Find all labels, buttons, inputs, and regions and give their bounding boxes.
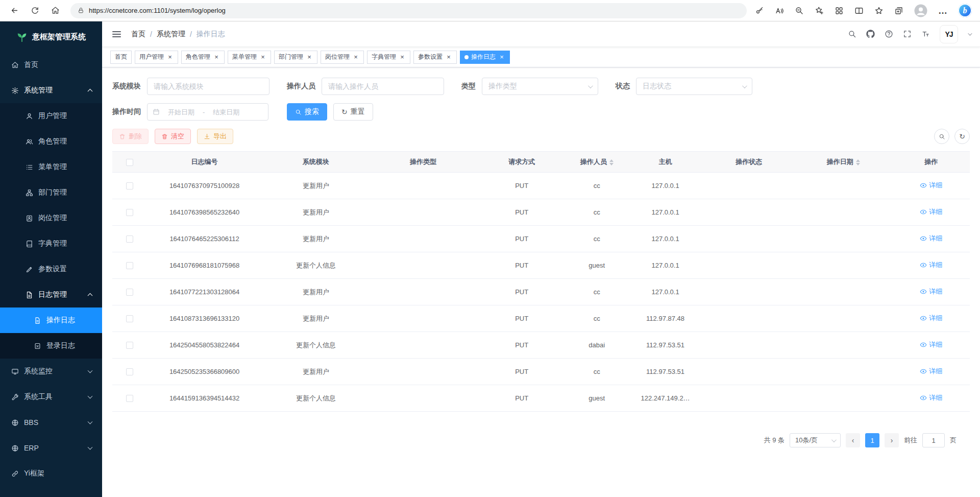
browser-refresh-button[interactable]	[28, 4, 42, 18]
browser-profile-avatar[interactable]	[914, 4, 927, 17]
type-select[interactable]: 操作类型	[482, 78, 598, 95]
close-icon[interactable]: ×	[213, 54, 220, 61]
help-icon[interactable]	[885, 30, 893, 38]
sidebar-item-menu[interactable]: 菜单管理	[0, 154, 102, 180]
row-checkbox[interactable]	[126, 395, 133, 402]
page-number-active[interactable]: 1	[865, 433, 879, 447]
close-icon[interactable]: ×	[498, 54, 505, 61]
sidebar-item-erp[interactable]: ERP	[0, 435, 102, 461]
sidebar-item-loginlog[interactable]: 登录日志	[0, 333, 102, 359]
tab-role[interactable]: 角色管理×	[181, 51, 225, 64]
sidebar-item-system[interactable]: 系统管理	[0, 78, 102, 103]
sidebar-item-home[interactable]: 首页	[0, 52, 102, 78]
sidebar-item-dept[interactable]: 部门管理	[0, 180, 102, 205]
split-screen-icon[interactable]	[854, 6, 864, 15]
read-aloud-icon[interactable]	[775, 6, 784, 15]
tab-post[interactable]: 岗位管理×	[321, 51, 364, 64]
tab-home[interactable]: 首页	[110, 51, 132, 64]
close-icon[interactable]: ×	[259, 54, 266, 61]
row-checkbox[interactable]	[126, 209, 133, 216]
close-icon[interactable]: ×	[445, 54, 452, 61]
browser-home-button[interactable]	[48, 4, 62, 18]
row-checkbox[interactable]	[126, 289, 133, 296]
breadcrumb-system[interactable]: 系统管理	[157, 30, 185, 39]
operator-input[interactable]	[322, 78, 444, 95]
status-select[interactable]: 日志状态	[636, 78, 752, 95]
delete-button[interactable]: 删除	[112, 129, 149, 144]
row-checkbox[interactable]	[126, 235, 133, 243]
url-text[interactable]: https://ccnetcore.com:1101/system/log/op…	[89, 7, 226, 14]
breadcrumb-home[interactable]: 首页	[131, 30, 145, 39]
prev-page-button[interactable]: ‹	[846, 433, 860, 447]
detail-link[interactable]: 详细	[920, 314, 942, 323]
detail-link[interactable]: 详细	[920, 181, 942, 190]
tab-dept[interactable]: 部门管理×	[274, 51, 317, 64]
page-size-select[interactable]: 10条/页	[790, 433, 841, 447]
detail-link[interactable]: 详细	[920, 261, 942, 270]
detail-link[interactable]: 详细	[920, 287, 942, 296]
tab-operlog[interactable]: 操作日志×	[460, 51, 510, 64]
module-input[interactable]	[147, 78, 270, 95]
detail-link[interactable]: 详细	[920, 234, 942, 243]
extensions-icon[interactable]	[835, 6, 844, 15]
date-range-picker[interactable]: -	[147, 103, 268, 121]
sidebar-item-role[interactable]: 角色管理	[0, 129, 102, 154]
detail-link[interactable]: 详细	[920, 393, 942, 403]
next-page-button[interactable]: ›	[885, 433, 899, 447]
sidebar-item-monitor[interactable]: 系统监控	[0, 359, 102, 384]
row-checkbox[interactable]	[126, 342, 133, 349]
detail-link[interactable]: 详细	[920, 207, 942, 217]
tab-user[interactable]: 用户管理×	[135, 51, 178, 64]
toggle-search-button[interactable]	[934, 129, 949, 144]
detail-link[interactable]: 详细	[920, 340, 942, 349]
favorites-add-icon[interactable]	[815, 6, 824, 15]
column-operator[interactable]: 操作人员	[567, 152, 627, 173]
close-icon[interactable]: ×	[166, 54, 174, 61]
sidebar-item-bbs[interactable]: BBS	[0, 410, 102, 435]
refresh-table-button[interactable]: ↻	[954, 129, 970, 144]
browser-menu-icon[interactable]: …	[938, 8, 947, 13]
row-checkbox[interactable]	[126, 182, 133, 190]
clear-button[interactable]: 清空	[155, 129, 191, 144]
hamburger-icon[interactable]	[111, 28, 122, 41]
tab-dict[interactable]: 字典管理×	[367, 51, 410, 64]
font-size-icon[interactable]	[921, 30, 930, 38]
sidebar-item-param[interactable]: 参数设置	[0, 256, 102, 282]
search-icon[interactable]	[848, 30, 856, 38]
github-icon[interactable]	[866, 30, 875, 38]
column-date[interactable]: 操作日期	[794, 152, 893, 173]
tab-param[interactable]: 参数设置×	[413, 51, 457, 64]
start-date-input[interactable]	[162, 108, 200, 116]
sidebar-item-post[interactable]: 岗位管理	[0, 205, 102, 231]
detail-link[interactable]: 详细	[920, 367, 942, 376]
address-bar[interactable]: https://ccnetcore.com:1101/system/log/op…	[70, 3, 747, 18]
favorites-icon[interactable]	[874, 6, 884, 15]
reset-button[interactable]: ↻ 重置	[333, 103, 373, 121]
sidebar-item-yi[interactable]: Yi框架	[0, 461, 102, 486]
search-button[interactable]: 搜索	[287, 103, 327, 121]
tab-menu[interactable]: 菜单管理×	[228, 51, 271, 64]
zoom-icon[interactable]	[795, 6, 804, 15]
chevron-down-icon[interactable]	[968, 31, 972, 35]
row-checkbox[interactable]	[126, 368, 133, 375]
end-date-input[interactable]	[207, 108, 245, 116]
sidebar-item-dict[interactable]: 字典管理	[0, 231, 102, 256]
row-checkbox[interactable]	[126, 315, 133, 322]
select-all-checkbox[interactable]	[126, 159, 133, 166]
fullscreen-icon[interactable]	[903, 30, 912, 38]
close-icon[interactable]: ×	[399, 54, 406, 61]
close-icon[interactable]: ×	[352, 54, 359, 61]
password-key-icon[interactable]	[755, 6, 764, 15]
export-button[interactable]: 导出	[197, 129, 233, 144]
sidebar-item-user[interactable]: 用户管理	[0, 103, 102, 129]
copilot-icon[interactable]: b	[958, 4, 972, 17]
sidebar-item-operlog[interactable]: 操作日志	[0, 307, 102, 333]
sidebar-item-tools[interactable]: 系统工具	[0, 384, 102, 410]
collections-icon[interactable]	[894, 6, 903, 15]
user-avatar[interactable]: YJ	[940, 25, 958, 43]
sidebar-item-log[interactable]: 日志管理	[0, 282, 102, 307]
close-icon[interactable]: ×	[306, 54, 313, 61]
goto-page-input[interactable]	[922, 433, 945, 447]
browser-back-button[interactable]	[7, 4, 21, 18]
row-checkbox[interactable]	[126, 262, 133, 269]
